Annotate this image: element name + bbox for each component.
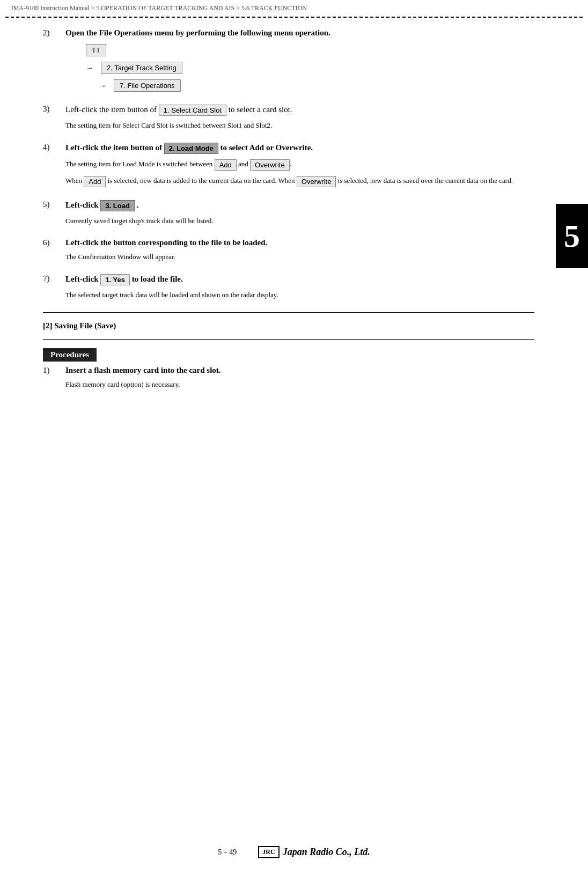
overwrite-button-2[interactable]: Overwrite bbox=[297, 176, 336, 187]
sub-step-1-text: Insert a flash memory card into the card… bbox=[65, 366, 221, 375]
target-track-setting-button[interactable]: 2. Target Track Setting bbox=[101, 62, 182, 74]
load-mode-button[interactable]: 2. Load Mode bbox=[164, 143, 218, 154]
step-4-body: The setting item for Load Mode is switch… bbox=[65, 159, 534, 187]
load-button[interactable]: 3. Load bbox=[100, 200, 135, 211]
step-4-desc2: When Add is selected, new data is added … bbox=[65, 176, 534, 187]
sub-step-1-num: 1) bbox=[43, 366, 59, 375]
step-3-desc: The setting item for Select Card Slot is… bbox=[65, 121, 534, 130]
step-4-num: 4) bbox=[43, 143, 59, 152]
step-4: 4) Left-click the item button of 2. Load… bbox=[43, 143, 534, 187]
arrow-1: → bbox=[86, 64, 93, 72]
step-2-header: 2) Open the File Operations menu by perf… bbox=[43, 28, 534, 38]
step-7: 7) Left-click 1. Yes to load the file. T… bbox=[43, 274, 534, 299]
menu-flow: TT → 2. Target Track Setting → 7. File O… bbox=[86, 44, 534, 92]
chapter-number: 5 bbox=[556, 204, 588, 268]
add-button-2[interactable]: Add bbox=[84, 176, 106, 187]
main-content: 2) Open the File Operations menu by perf… bbox=[0, 18, 588, 413]
arrow-2: → bbox=[99, 82, 106, 90]
saving-section-header: [2] Saving File (Save) bbox=[43, 321, 534, 330]
procedures-label: Procedures bbox=[50, 350, 89, 359]
step-5-text: Left-click 3. Load . bbox=[65, 200, 138, 211]
step-3-header: 3) Left-click the item button of 1. Sele… bbox=[43, 105, 534, 116]
brand-name: Japan Radio Co., Ltd. bbox=[283, 846, 370, 858]
sub-step-1: 1) Insert a flash memory card into the c… bbox=[43, 366, 534, 389]
breadcrumb: JMA-9100 Instruction Manual > 5.OPERATIO… bbox=[11, 4, 307, 12]
step-5-header: 5) Left-click 3. Load . bbox=[43, 200, 534, 211]
select-card-slot-button[interactable]: 1. Select Card Slot bbox=[159, 105, 226, 116]
saving-section-label: [2] Saving File (Save) bbox=[43, 321, 116, 330]
step-4-desc1: The setting item for Load Mode is switch… bbox=[65, 159, 534, 171]
menu-flow-row-3: → 7. File Operations bbox=[86, 79, 534, 92]
step-7-desc: The selected target track data will be l… bbox=[65, 291, 534, 299]
add-button-1[interactable]: Add bbox=[215, 159, 237, 171]
tt-button[interactable]: TT bbox=[86, 44, 106, 56]
step-3: 3) Left-click the item button of 1. Sele… bbox=[43, 105, 534, 130]
step-7-num: 7) bbox=[43, 274, 59, 283]
page-number: 5－49 bbox=[218, 848, 237, 857]
sub-step-1-header: 1) Insert a flash memory card into the c… bbox=[43, 366, 534, 375]
sub-step-1-desc: Flash memory card (option) is necessary. bbox=[65, 380, 534, 389]
step-5-num: 5) bbox=[43, 200, 59, 209]
section-divider bbox=[43, 312, 534, 313]
step-3-text: Left-click the item button of 1. Select … bbox=[65, 105, 292, 116]
step-4-text: Left-click the item button of 2. Load Mo… bbox=[65, 143, 313, 154]
jrc-label: JRC bbox=[258, 846, 279, 858]
overwrite-button-1[interactable]: Overwrite bbox=[250, 159, 290, 171]
step-7-header: 7) Left-click 1. Yes to load the file. bbox=[43, 274, 534, 285]
step-6-text: Left-click the button corresponding to t… bbox=[65, 238, 267, 247]
file-operations-button[interactable]: 7. File Operations bbox=[114, 79, 181, 92]
step-4-header: 4) Left-click the item button of 2. Load… bbox=[43, 143, 534, 154]
step-5-desc: Currently saved target ship's track data… bbox=[65, 217, 534, 225]
step-6: 6) Left-click the button corresponding t… bbox=[43, 238, 534, 261]
step-5: 5) Left-click 3. Load . Currently saved … bbox=[43, 200, 534, 225]
menu-flow-row-2: → 2. Target Track Setting bbox=[86, 62, 534, 74]
procedures-bar: Procedures bbox=[43, 348, 97, 362]
step-7-text: Left-click 1. Yes to load the file. bbox=[65, 274, 183, 285]
step-6-header: 6) Left-click the button corresponding t… bbox=[43, 238, 534, 247]
page-footer: 5－49 JRC Japan Radio Co., Ltd. bbox=[0, 846, 588, 858]
step-3-num: 3) bbox=[43, 105, 59, 114]
step-2: 2) Open the File Operations menu by perf… bbox=[43, 28, 534, 92]
yes-button[interactable]: 1. Yes bbox=[100, 274, 130, 285]
step-6-num: 6) bbox=[43, 238, 59, 247]
step-2-text: Open the File Operations menu by perform… bbox=[65, 28, 330, 38]
menu-flow-row-1: TT bbox=[86, 44, 534, 56]
section-divider-2 bbox=[43, 339, 534, 340]
step-6-desc: The Confirmation Window will appear. bbox=[65, 253, 534, 261]
footer-logo: JRC Japan Radio Co., Ltd. bbox=[258, 846, 370, 858]
page-header: JMA-9100 Instruction Manual > 5.OPERATIO… bbox=[0, 0, 588, 17]
step-2-num: 2) bbox=[43, 28, 59, 38]
